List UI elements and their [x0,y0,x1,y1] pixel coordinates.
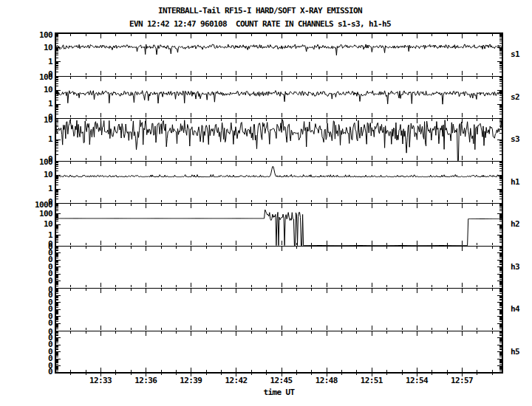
y-minor-ticks [55,331,502,371]
x-major-ticks [101,204,463,245]
y-major-ticks [55,247,502,289]
x-minor-ticks [71,34,493,75]
x-tick-label: 12:45 [270,376,293,385]
y-minor-ticks [55,247,502,286]
panel-label-h1: h1 [511,177,520,187]
y-minor-ticks [55,77,502,114]
y-tick-label: 100 [39,30,52,40]
x-tick-label: 12:36 [134,376,157,385]
x-tick-label: 12:33 [89,376,112,385]
trace-h1 [56,167,502,177]
y-tick-label: 1000 [35,200,52,210]
y-major-ticks [55,331,502,374]
x-tick-label: 12:42 [225,376,247,385]
y-tick-label: 10 [44,43,52,52]
panel-h1: 1001010h1 [39,157,520,207]
x-axis-title: time UT [0,388,532,397]
x-tick-label: 12:51 [361,376,383,385]
y-tick-label: 100 [39,157,52,167]
y-tick-label: 10 [44,219,52,229]
trace-s3 [56,120,502,161]
panel-label-s2: s2 [511,92,519,102]
y-tick-label: 0 [48,367,52,376]
panel-label-h3: h3 [511,262,519,272]
y-tick-label: 100 [39,72,52,82]
panel-h2: 10001001010h2 [35,200,519,250]
x-minor-ticks [71,204,493,245]
x-tick-label: 12:54 [406,376,429,385]
x-minor-ticks [71,247,493,288]
screenshot-root: INTERBALL-Tail RF15-I HARD/SOFT X-RAY EM… [0,0,532,406]
y-tick-label: 1 [48,57,53,66]
y-major-ticks [55,77,502,119]
y-tick-label: 1 [48,230,53,240]
trace-s2 [56,91,502,105]
x-major-ticks [101,247,463,288]
x-tick-label: 12:57 [451,376,473,385]
x-major-ticks [101,331,463,377]
x-minor-ticks [71,77,493,118]
y-major-ticks [55,162,502,204]
panel-s2: 1001010s2 [39,72,519,122]
x-tick-label: 12:39 [180,376,202,385]
panel-label-h2: h2 [511,219,519,229]
panel-h3: 000000h3 [48,242,519,289]
panel-label-h5: h5 [511,347,519,357]
y-tick-label: 100 [39,209,52,219]
panel-s1: 1001010s1 [39,30,520,80]
panel-s3: 1010s3 [44,115,519,165]
x-major-ticks [101,34,463,75]
panel-label-h4: h4 [511,304,520,314]
y-minor-ticks [55,289,502,329]
x-minor-ticks [71,289,493,330]
panel-label-s1: s1 [511,49,520,59]
y-tick-label: 10 [44,115,52,125]
y-major-ticks [55,289,502,331]
y-minor-ticks [55,35,502,72]
y-tick-label: 1 [48,99,53,109]
panel-label-s3: s3 [511,134,519,144]
x-major-ticks [101,77,463,118]
trace-s1 [56,44,502,55]
x-major-ticks [101,162,463,203]
y-tick-label: 1 [48,184,53,193]
y-tick-label: 10 [44,170,52,179]
panel-h5: 0000000h5 [48,327,519,376]
y-tick-label: 1 [48,134,53,144]
y-minor-ticks [55,162,502,199]
x-major-ticks [101,119,463,160]
y-major-ticks [55,34,502,77]
trace-h2 [56,210,502,245]
x-tick-label: 12:48 [316,376,338,385]
xray-multipanel-plot: 1001010s11001010s21010s31001010h11000100… [0,0,532,406]
panel-h4: 000000h4 [48,285,520,331]
x-minor-ticks [71,162,493,203]
x-major-ticks [101,289,463,330]
y-tick-label: 10 [44,85,52,94]
